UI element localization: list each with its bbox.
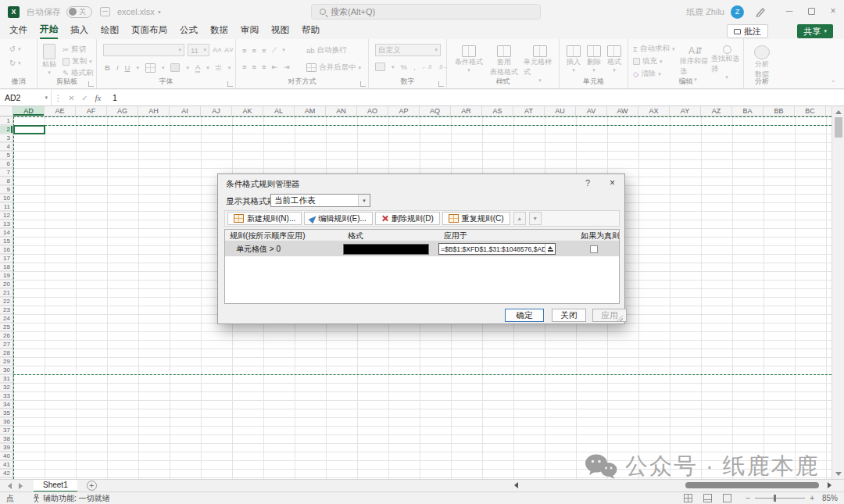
conditional-formatting-button[interactable]: 条件格式▾ (453, 45, 485, 73)
clipboard-dialog-launcher-icon[interactable] (88, 81, 94, 87)
draw-mode-icon[interactable] (755, 6, 766, 17)
merge-center-button[interactable]: 合并后居中▾ (306, 63, 361, 73)
horizontal-scroll-track[interactable] (520, 481, 825, 489)
cancel-entry-icon[interactable]: ✕ (65, 94, 78, 102)
column-header-AY[interactable]: AY (670, 106, 701, 116)
grow-font-button[interactable]: A˄ (213, 45, 222, 54)
column-header-AR[interactable]: AR (451, 106, 482, 116)
formula-bar-value[interactable]: 1 (113, 93, 117, 102)
find-select-button[interactable]: 查找和选择▾ (711, 45, 742, 80)
column-header-AO[interactable]: AO (357, 106, 388, 116)
comma-style-icon[interactable]: , (413, 63, 416, 71)
font-size-combo[interactable]: 11▾ (188, 44, 209, 56)
sheet-nav-left-icon[interactable] (8, 483, 12, 489)
sheet-nav-right-icon[interactable] (19, 483, 23, 489)
menu-tab-文件[interactable]: 文件 (9, 24, 27, 38)
page-layout-view-icon[interactable] (703, 494, 712, 502)
page-break-view-icon[interactable] (723, 494, 731, 502)
align-right-icon[interactable]: ≡ (262, 63, 266, 71)
column-header-BB[interactable]: BB (764, 106, 795, 116)
analyze-data-button[interactable]: 分析 数据 (750, 45, 774, 80)
select-all-corner[interactable] (0, 106, 13, 116)
align-bottom-icon[interactable]: ≡ (262, 46, 266, 55)
autosave-toggle[interactable]: 关 (66, 6, 92, 18)
delete-cells-button[interactable]: 删除▾ (585, 45, 603, 73)
column-header-AT[interactable]: AT (513, 106, 545, 116)
increase-decimal-icon[interactable]: ←.0 (422, 64, 432, 70)
search-input[interactable]: 搜索(Alt+Q) (311, 4, 541, 20)
menu-tab-公式[interactable]: 公式 (180, 24, 198, 38)
accessibility-status[interactable]: 辅助功能: 一切就绪 (33, 493, 110, 504)
borders-icon[interactable] (145, 63, 156, 73)
menu-tab-视图[interactable]: 视图 (271, 24, 289, 38)
shrink-font-button[interactable]: A˅ (224, 45, 234, 54)
autosum-button[interactable]: Σ自动求和▾ (633, 44, 674, 54)
menu-tab-插入[interactable]: 插入 (70, 24, 88, 38)
normal-view-icon[interactable] (684, 494, 692, 502)
underline-button[interactable]: U (125, 63, 131, 72)
menu-tab-数据[interactable]: 数据 (210, 24, 228, 38)
insert-cells-button[interactable]: 插入▾ (564, 45, 583, 73)
edit-rule-button[interactable]: 编辑规则(E)... (304, 212, 373, 225)
font-name-combo[interactable]: ▾ (103, 44, 184, 56)
column-header-AL[interactable]: AL (263, 106, 295, 116)
scroll-up-icon[interactable] (835, 110, 842, 114)
confirm-entry-icon[interactable]: ✓ (78, 94, 91, 102)
zoom-out-button[interactable]: − (746, 494, 750, 502)
phonetic-icon[interactable]: 亗 (216, 63, 222, 72)
column-header-AS[interactable]: AS (482, 106, 513, 116)
sheet-tab-sheet1[interactable]: Sheet1 (34, 480, 77, 492)
menu-tab-审阅[interactable]: 审阅 (241, 24, 259, 38)
file-name[interactable]: excel.xlsx (117, 7, 155, 16)
column-header-AQ[interactable]: AQ (420, 106, 451, 116)
column-header-AE[interactable]: AE (45, 106, 76, 116)
dialog-close-button[interactable]: × (610, 177, 615, 188)
scroll-down-icon[interactable] (835, 472, 842, 476)
percent-style-icon[interactable]: % (401, 63, 407, 71)
comments-button[interactable]: 批注 (727, 24, 768, 38)
save-icon[interactable] (100, 7, 110, 16)
format-cells-button[interactable]: 格式▾ (605, 45, 624, 73)
bold-button[interactable]: B (105, 63, 110, 72)
align-center-icon[interactable]: ≡ (252, 63, 257, 71)
increase-indent-icon[interactable]: ⇥ (284, 63, 290, 71)
menu-tab-帮助[interactable]: 帮助 (302, 24, 320, 38)
zoom-slider-thumb[interactable] (774, 495, 776, 502)
scroll-right-icon[interactable] (828, 482, 831, 488)
column-header-AZ[interactable]: AZ (701, 106, 732, 116)
column-header-AV[interactable]: AV (576, 106, 607, 116)
share-button[interactable]: 共享 ▾ (797, 24, 833, 38)
column-header-BA[interactable]: BA (732, 106, 764, 116)
copy-button[interactable]: 复制▾ (63, 56, 92, 66)
redo-button[interactable]: ↻▾ (9, 59, 20, 67)
delete-rule-button[interactable]: 删除规则(D) (375, 212, 440, 225)
close-button[interactable]: × (822, 0, 844, 22)
number-format-combo[interactable]: 自定义▾ (375, 44, 441, 56)
scroll-left-icon[interactable] (514, 482, 518, 488)
zoom-slider[interactable] (755, 498, 805, 499)
ok-button[interactable]: 确定 (505, 309, 544, 322)
selected-cell-AD2[interactable] (13, 125, 45, 134)
column-header-AX[interactable]: AX (638, 106, 670, 116)
horizontal-scrollbar[interactable] (506, 480, 831, 491)
add-sheet-button[interactable]: + (87, 481, 97, 491)
stop-if-true-checkbox[interactable] (590, 245, 598, 253)
accounting-format-icon[interactable] (375, 63, 385, 71)
applies-to-input[interactable]: =$B$1:$XFD$1,$31:$1048576,$AD$2:$ (438, 243, 556, 255)
close-dialog-button[interactable]: 关闭 (552, 309, 586, 322)
collapse-ribbon-icon[interactable]: ⌄ (830, 76, 836, 84)
cut-button[interactable]: ✂剪切 (63, 45, 86, 55)
column-header-AH[interactable]: AH (138, 106, 170, 116)
minimize-button[interactable]: ─ (778, 0, 800, 22)
column-header-AW[interactable]: AW (607, 106, 638, 116)
column-header-AD[interactable]: AD (13, 106, 45, 116)
avatar[interactable]: Z (731, 5, 744, 19)
insert-function-icon[interactable]: fx (91, 93, 105, 102)
move-rule-down-button[interactable]: ▼ (529, 212, 542, 225)
column-header-AK[interactable]: AK (232, 106, 263, 116)
rule-row[interactable]: 单元格值 > 0 =$B$1:$XFD$1,$31:$1048576,$AD$2… (225, 241, 619, 256)
zoom-in-button[interactable]: + (810, 494, 814, 502)
align-left-icon[interactable]: ≡ (242, 63, 247, 71)
resize-grip-icon[interactable] (616, 315, 623, 322)
orientation-icon[interactable]: ⟋ (272, 45, 277, 55)
